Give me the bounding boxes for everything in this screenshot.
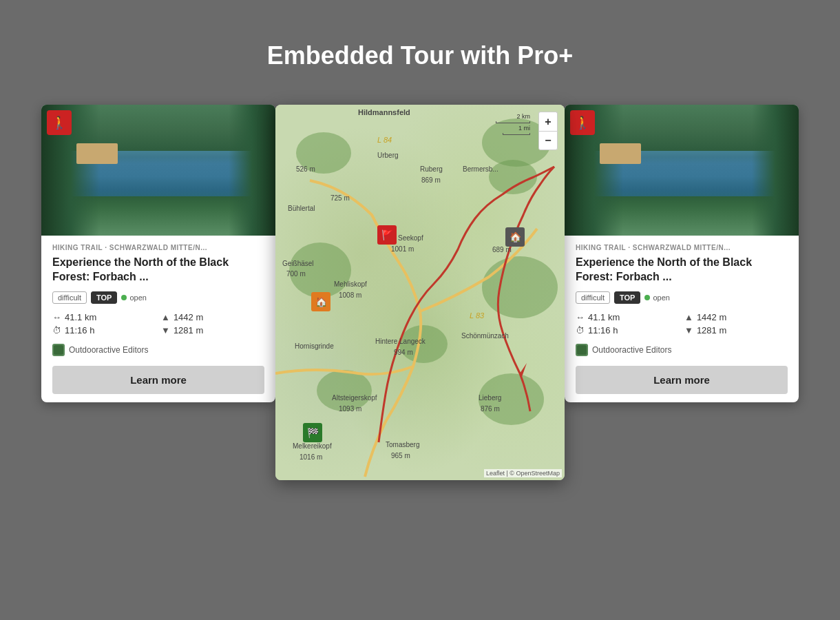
right-stat-elevation-up: ▲ 1442 m xyxy=(684,312,788,322)
page-title: Embedded Tour with Pro+ xyxy=(267,41,573,70)
left-status-dot xyxy=(121,295,127,300)
map-label-526: 526 m xyxy=(296,165,315,173)
left-stat-distance: ↔ 41.1 km xyxy=(52,312,156,322)
map-label-tomasberg: Tomasberg xyxy=(386,441,419,448)
map-label-schonmunzach: Schönmünzach xyxy=(461,332,509,340)
distance-icon: ↔ xyxy=(52,312,61,322)
right-difficulty-badge: difficult xyxy=(576,291,610,304)
road-3 xyxy=(275,366,413,374)
map-background: Hildmannsfeld L 84 526 m 725 m Urberg Ru… xyxy=(275,105,565,480)
map-label-700: 700 m xyxy=(286,270,306,278)
right-card-subtitle: HIKING TRAIL · SCHWARZWALD MITTE/N... xyxy=(576,244,788,251)
map-label-1001: 1001 m xyxy=(391,245,414,253)
right-elevation-down-icon: ▼ xyxy=(684,325,693,335)
right-status-label: open xyxy=(653,293,669,302)
map-scale-2km: 2 km xyxy=(516,113,530,120)
cards-container: 🚶 HIKING TRAIL · SCHWARZWALD MITTE/N... … xyxy=(28,105,812,480)
map-label-lieberg: Lieberg xyxy=(479,394,501,402)
map-label-L83: L 83 xyxy=(470,311,484,320)
left-stats-grid: ↔ 41.1 km ▲ 1442 m ⏱ 11:16 h ▼ 1281 m xyxy=(52,312,264,335)
right-author-name: Outdooractive Editors xyxy=(592,345,671,355)
left-duration-value: 11:16 h xyxy=(65,325,94,335)
map-label-bermers: Bermersb... xyxy=(463,165,498,173)
map-label-seekopf: Seekopf xyxy=(398,234,423,242)
left-avatar-inner xyxy=(54,345,63,355)
left-difficulty-badge: difficult xyxy=(52,291,87,304)
map-label-965: 965 m xyxy=(391,452,410,459)
map-label-L84: L 84 xyxy=(377,136,392,144)
right-learn-more-button[interactable]: Learn more xyxy=(576,366,788,394)
left-card-body: HIKING TRAIL · SCHWARZWALD MITTE/N... Ex… xyxy=(41,236,275,402)
right-stat-distance: ↔ 41.1 km xyxy=(576,312,679,322)
left-author-row: Outdooractive Editors xyxy=(52,344,264,356)
map-label-mehliskopf: Mehliskopf xyxy=(334,280,367,288)
right-elevation-down-value: 1281 m xyxy=(697,325,726,335)
right-card-body: HIKING TRAIL · SCHWARZWALD MITTE/N... Ex… xyxy=(565,236,799,402)
map-label-1016: 1016 m xyxy=(300,453,322,461)
left-learn-more-button[interactable]: Learn more xyxy=(52,366,264,394)
elevation-down-icon: ▼ xyxy=(161,325,170,335)
right-distance-value: 41.1 km xyxy=(588,312,620,322)
right-distance-icon: ↔ xyxy=(576,312,585,322)
map-label-altsteigerskopf: Altsteigerskopf xyxy=(332,394,377,402)
map-marker-flag-red: 🚩 xyxy=(377,225,397,245)
right-avatar-inner xyxy=(577,345,587,355)
map-label-urberg: Urberg xyxy=(377,152,399,159)
map-panel[interactable]: Hildmannsfeld L 84 526 m 725 m Urberg Ru… xyxy=(275,105,565,480)
right-tree-right-decoration xyxy=(752,105,799,236)
map-label-melkereikopf: Melkereikopf xyxy=(293,442,332,450)
right-stat-duration: ⏱ 11:16 h xyxy=(576,325,679,335)
right-hiking-icon: 🚶 xyxy=(570,110,595,135)
right-stat-elevation-down: ▼ 1281 m xyxy=(684,325,788,335)
left-author-avatar xyxy=(52,344,65,356)
map-zoom-out-button[interactable]: − xyxy=(538,131,558,150)
map-label-1008: 1008 m xyxy=(339,291,361,299)
left-card-image: 🚶 xyxy=(41,105,275,236)
map-marker-home: 🏠 xyxy=(505,227,525,247)
right-status-dot xyxy=(644,295,650,300)
left-author-name: Outdooractive Editors xyxy=(69,345,148,355)
left-card-image-bg xyxy=(41,105,275,236)
map-label-869: 869 m xyxy=(421,176,441,184)
left-elevation-up-value: 1442 m xyxy=(174,312,203,322)
right-card-image-bg xyxy=(565,105,799,236)
left-card-title: Experience the North of the Black Forest… xyxy=(52,256,264,285)
right-badges: difficult TOP open xyxy=(576,291,788,304)
scale-line-2km xyxy=(496,121,530,123)
left-card-subtitle: HIKING TRAIL · SCHWARZWALD MITTE/N... xyxy=(52,244,264,251)
map-attribution: Leaflet | © OpenStreetMap xyxy=(484,469,562,477)
map-zoom-in-button[interactable]: + xyxy=(538,112,558,131)
left-distance-value: 41.1 km xyxy=(65,312,96,322)
route-path-2 xyxy=(498,167,554,411)
map-label-876: 876 m xyxy=(481,405,500,413)
scale-line-1mi xyxy=(503,133,530,135)
right-card-image: 🚶 xyxy=(565,105,799,236)
left-stat-elevation-up: ▲ 1442 m xyxy=(161,312,264,322)
left-elevation-down-value: 1281 m xyxy=(174,325,203,335)
left-status-badge: open xyxy=(121,293,146,302)
route-arrow xyxy=(520,363,527,377)
map-label-725: 725 m xyxy=(330,194,350,202)
map-label-ruberg: Ruberg xyxy=(420,165,443,173)
left-badges: difficult TOP open xyxy=(52,291,264,304)
map-label-buhlertal: Bühlertal xyxy=(288,205,315,212)
left-stat-duration: ⏱ 11:16 h xyxy=(52,325,156,335)
right-status-badge: open xyxy=(644,293,669,302)
right-author-row: Outdooractive Editors xyxy=(576,344,788,356)
right-stats-grid: ↔ 41.1 km ▲ 1442 m ⏱ 11:16 h ▼ 1281 m xyxy=(576,312,788,335)
right-top-badge: TOP xyxy=(614,291,640,304)
duration-icon: ⏱ xyxy=(52,325,61,335)
map-scale-1mi: 1 mi xyxy=(518,125,530,132)
map-label-1093: 1093 m xyxy=(339,405,361,413)
map-scale: 2 km 1 mi xyxy=(496,113,530,135)
right-author-avatar xyxy=(576,344,588,356)
right-tour-card: 🚶 HIKING TRAIL · SCHWARZWALD MITTE/N... … xyxy=(565,105,799,402)
map-label-hintere: Hintere Langeck xyxy=(375,338,426,345)
map-label-hornisgrinde: Hornisgrinde xyxy=(295,342,334,350)
left-top-badge: TOP xyxy=(91,291,117,304)
left-tour-card: 🚶 HIKING TRAIL · SCHWARZWALD MITTE/N... … xyxy=(41,105,275,402)
map-label-hildmannsfeld: Hildmannsfeld xyxy=(358,108,410,116)
map-label-geisshasel: Geißhäsel xyxy=(282,260,314,267)
right-duration-value: 11:16 h xyxy=(588,325,618,335)
left-status-label: open xyxy=(129,293,146,302)
